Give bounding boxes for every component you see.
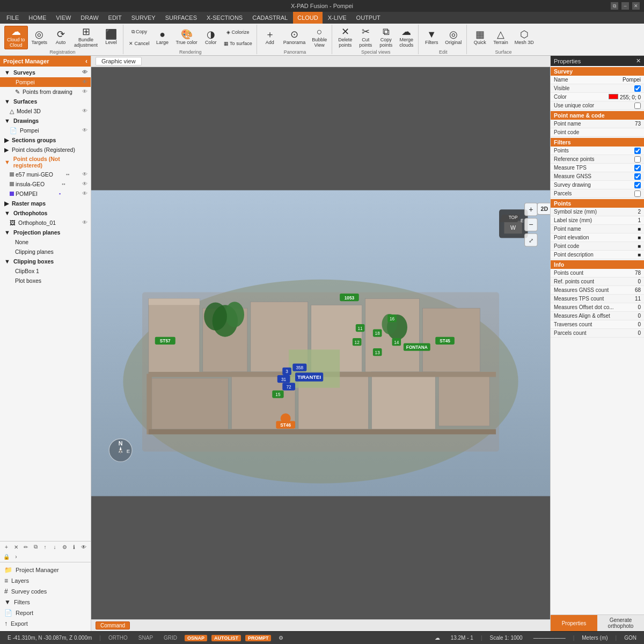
tree-orthophoto01[interactable]: 🖼 Orthophoto_01 👁 <box>0 218 91 228</box>
measure-gnss-check[interactable] <box>634 173 641 180</box>
original-button[interactable]: ◎ Original <box>442 26 464 49</box>
lt-down-btn[interactable]: ↓ <box>50 543 59 551</box>
tree-orthophotos[interactable]: ▼ Orthophotos <box>0 208 91 218</box>
prompt-badge[interactable]: PROMPT <box>245 635 272 641</box>
nav-filters[interactable]: ▼ Filters <box>3 597 87 608</box>
tree-clipping-planes[interactable]: Clipping planes <box>0 247 91 257</box>
tree-sections[interactable]: ▶ Sections groups <box>0 135 91 145</box>
to-surface-button[interactable]: ▦ To surface <box>222 38 254 49</box>
prop-pt-code[interactable]: Point code ■ <box>551 242 644 251</box>
copy-button[interactable]: ⧉ Copy <box>127 27 152 38</box>
tree-surfaces[interactable]: ▼ Surfaces <box>0 97 91 106</box>
window-controls[interactable]: ⧉ – ✕ <box>611 2 640 10</box>
prop-color[interactable]: Color 255; 0; 0 <box>551 93 644 101</box>
tree-projection[interactable]: ▼ Projection planes <box>0 228 91 237</box>
large-button[interactable]: ● Large <box>153 26 172 49</box>
color-swatch[interactable] <box>609 94 618 99</box>
prop-label-size[interactable]: Label size (mm) 1 <box>551 216 644 225</box>
nav-project-manager[interactable]: 📁 Project Manager <box>3 565 87 575</box>
points-filter-check[interactable] <box>634 148 641 154</box>
tree-surveys[interactable]: ▼ Surveys 👁 <box>0 68 91 77</box>
tree-drawings[interactable]: ▼ Drawings <box>0 116 91 126</box>
viewport[interactable]: ST57 1053 11 16 18 12 14 <box>91 67 550 619</box>
panel-close-button[interactable]: ‹ <box>85 57 87 65</box>
prop-points-filter[interactable]: Points <box>551 147 644 155</box>
restore-button[interactable]: ⧉ <box>611 2 618 10</box>
tree-e57[interactable]: e57 muni-GEO ▪▪ 👁 <box>0 170 91 179</box>
nav-report[interactable]: 📄 Report <box>3 608 87 618</box>
unique-color-checkbox[interactable] <box>634 103 641 109</box>
tree-clipping-boxes[interactable]: ▼ Clipping boxes <box>0 257 91 266</box>
tree-raster[interactable]: ▶ Raster maps <box>0 199 91 208</box>
generate-ortho-btn[interactable]: Generate orthophoto <box>597 615 644 631</box>
auto-button[interactable]: ⟳ Auto <box>51 26 70 49</box>
settings-icon[interactable]: ⚙ <box>275 635 287 641</box>
lt-eye-btn[interactable]: 👁 <box>79 543 88 551</box>
panorama-button[interactable]: ⊙ Panorama <box>281 26 309 49</box>
measure-tps-check[interactable] <box>634 165 641 171</box>
cancel-button[interactable]: ✕ Cancel <box>127 38 152 49</box>
prop-symbol-size[interactable]: Symbol size (mm) 2 <box>551 208 644 216</box>
menu-file[interactable]: FILE <box>2 12 23 24</box>
prop-survey-drawing[interactable]: Survey drawing <box>551 181 644 189</box>
tree-model3d[interactable]: △ Model 3D 👁 <box>0 106 91 116</box>
cut-points-button[interactable]: ✂ Cutpoints <box>356 26 375 49</box>
lt-info-btn[interactable]: ℹ <box>70 543 78 551</box>
bundle-adjustment-button[interactable]: ⊞ Bundleadjustment <box>71 26 100 49</box>
menu-output[interactable]: OUTPUT <box>352 12 385 24</box>
lt-arrow-btn[interactable]: › <box>12 552 20 561</box>
lt-lock-btn[interactable]: 🔒 <box>2 552 11 561</box>
lt-add-btn[interactable]: + <box>2 543 11 551</box>
tree-pc-registered[interactable]: ▶ Point clouds (Registered) <box>0 145 91 155</box>
menu-draw[interactable]: DRAW <box>76 12 103 24</box>
parcels-check[interactable] <box>634 191 641 197</box>
menu-xlive[interactable]: X-LIVE <box>324 12 351 24</box>
lt-delete-btn[interactable]: ✕ <box>12 543 20 551</box>
menu-xsections[interactable]: X-SECTIONS <box>202 12 247 24</box>
colorize-button[interactable]: ◈ Colorize <box>222 27 254 38</box>
prop-ref-points[interactable]: Reference points <box>551 155 644 164</box>
nav-layers[interactable]: ≡ Layers <box>3 575 87 586</box>
command-tab[interactable]: Command <box>96 621 130 630</box>
lt-up-btn[interactable]: ↑ <box>41 543 49 551</box>
prop-point-name[interactable]: Point name 73 <box>551 120 644 128</box>
prop-measure-tps[interactable]: Measure TPS <box>551 164 644 172</box>
survey-drawing-check[interactable] <box>634 182 641 188</box>
tree-area[interactable]: ▼ Surveys 👁 Pompei 👁 ✎ Points from drawi… <box>0 67 91 541</box>
minimize-button[interactable]: – <box>621 2 629 10</box>
filters-button[interactable]: ▼ Filters <box>422 26 441 49</box>
tree-points-from-drawing[interactable]: ✎ Points from drawing 👁 <box>0 87 91 97</box>
tree-plot-boxes[interactable]: Plot boxes <box>0 276 91 286</box>
tree-insula[interactable]: insula-GEO ▪▪ 👁 <box>0 179 91 189</box>
lt-copy-btn[interactable]: ⧉ <box>31 543 40 551</box>
menu-survey[interactable]: SURVEY <box>127 12 160 24</box>
add-button[interactable]: ＋ Add <box>260 26 280 49</box>
true-color-button[interactable]: 🎨 True color <box>173 26 200 49</box>
grid-status[interactable]: GRID <box>160 635 180 641</box>
prop-pt-desc[interactable]: Point description ■ <box>551 251 644 259</box>
menu-edit[interactable]: EDIT <box>104 12 126 24</box>
prop-point-elev[interactable]: Point elevation ■ <box>551 233 644 242</box>
nav-survey-codes[interactable]: # Survey codes <box>3 586 87 597</box>
properties-close[interactable]: ✕ <box>636 57 641 64</box>
tree-pompei-cloud[interactable]: POMPEI ▪ 👁 <box>0 189 91 199</box>
terrain-button[interactable]: △ Terrain <box>491 26 511 49</box>
ortho-status[interactable]: ORTHO <box>105 635 131 641</box>
color-button[interactable]: ◑ Color <box>201 26 221 49</box>
prop-parcels[interactable]: Parcels <box>551 189 644 198</box>
quick-button[interactable]: ▦ Quick <box>470 26 489 49</box>
viewport-tab[interactable]: Graphic view <box>96 57 142 65</box>
snap-status[interactable]: SNAP <box>135 635 156 641</box>
bubble-view-button[interactable]: ○ BubbleView <box>309 26 330 49</box>
tree-pompei-drawing[interactable]: 📄 Pompei 👁 <box>0 126 91 135</box>
properties-scroll[interactable]: Survey Name Pompei Visible Color 255; 0;… <box>551 66 644 614</box>
cloud-to-cloud-button[interactable]: ☁ Cloud toCloud <box>4 26 28 49</box>
ref-points-check[interactable] <box>634 156 641 163</box>
menu-view[interactable]: VIEW <box>52 12 75 24</box>
menu-home[interactable]: HOME <box>24 12 50 24</box>
menu-cadastral[interactable]: CADASTRAL <box>248 12 292 24</box>
tree-pompei-survey[interactable]: Pompei 👁 <box>0 77 91 87</box>
prop-point-code[interactable]: Point code <box>551 128 644 137</box>
tree-none[interactable]: None <box>0 237 91 247</box>
osnap-badge[interactable]: OSNAP <box>185 635 207 641</box>
